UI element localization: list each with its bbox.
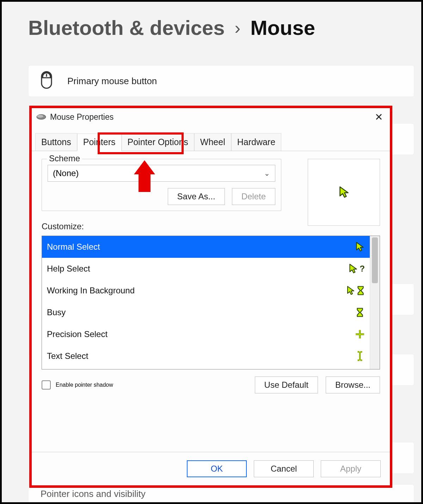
list-item[interactable]: Normal Select — [42, 236, 370, 258]
list-item-label: Working In Background — [47, 286, 135, 295]
tab-pointer-options[interactable]: Pointer Options — [122, 133, 194, 151]
close-icon[interactable]: ✕ — [372, 111, 386, 123]
setting-row-primary-button[interactable]: Primary mouse button — [28, 65, 414, 97]
cursor-working-icon — [347, 284, 365, 298]
scrollbar[interactable] — [370, 236, 380, 369]
scheme-fieldset: Scheme (None) ⌄ Save As... Delete — [42, 159, 281, 211]
scheme-dropdown[interactable]: (None) ⌄ — [48, 165, 275, 182]
customize-listbox[interactable]: Normal Select Help Select ? Working — [42, 236, 380, 369]
dialog-tabs: Buttons Pointers Pointer Options Wheel H… — [32, 129, 390, 151]
list-item-label: Busy — [47, 307, 66, 317]
svg-point-1 — [37, 115, 43, 118]
list-item-label: Text Select — [47, 351, 88, 361]
mouse-hardware-icon — [36, 113, 47, 120]
mouse-properties-dialog: Mouse Properties ✕ Buttons Pointers Poin… — [29, 106, 392, 488]
list-item[interactable]: Help Select ? — [42, 258, 370, 280]
chevron-down-icon: ⌄ — [264, 169, 270, 178]
chevron-right-icon: › — [235, 18, 241, 38]
list-item[interactable]: Precision Select — [42, 323, 370, 345]
cursor-normal-icon — [338, 186, 350, 199]
save-as-button[interactable]: Save As... — [168, 188, 225, 205]
apply-button[interactable]: Apply — [321, 460, 381, 477]
breadcrumb-parent[interactable]: Bluetooth & devices — [28, 16, 225, 39]
setting-row-label: Primary mouse button — [67, 76, 157, 87]
breadcrumb: Bluetooth & devices › Mouse — [28, 16, 407, 39]
list-item[interactable]: Working In Background — [42, 280, 370, 301]
tab-pointers[interactable]: Pointers — [77, 133, 122, 151]
scrollbar-thumb[interactable] — [372, 237, 378, 283]
cursor-text-icon — [347, 349, 365, 363]
dialog-titlebar: Mouse Properties ✕ — [32, 108, 390, 126]
cursor-normal-icon — [347, 240, 365, 254]
cancel-button[interactable]: Cancel — [254, 460, 314, 477]
pointer-shadow-label: Enable pointer shadow — [56, 382, 113, 388]
use-default-button[interactable]: Use Default — [255, 377, 318, 393]
dialog-footer: OK Cancel Apply — [32, 452, 390, 485]
scheme-legend: Scheme — [47, 154, 82, 163]
list-item[interactable]: Text Select — [42, 345, 370, 367]
highlight-arrow — [134, 160, 155, 192]
tab-buttons[interactable]: Buttons — [35, 133, 77, 151]
tab-hardware[interactable]: Hardware — [231, 133, 281, 151]
tab-wheel[interactable]: Wheel — [194, 133, 231, 151]
dialog-title: Mouse Properties — [50, 112, 114, 122]
setting-row-pointer-icons-label: Pointer icons and visibility — [41, 489, 146, 499]
list-item-label: Normal Select — [47, 242, 100, 252]
list-item[interactable]: Busy — [42, 301, 370, 323]
ok-button[interactable]: OK — [187, 460, 247, 477]
browse-button[interactable]: Browse... — [326, 377, 380, 393]
cursor-busy-icon — [347, 305, 365, 319]
list-item-label: Precision Select — [47, 329, 108, 339]
delete-button[interactable]: Delete — [232, 188, 275, 205]
cursor-help-icon: ? — [347, 262, 365, 276]
pointer-shadow-checkbox[interactable] — [42, 380, 51, 390]
breadcrumb-current: Mouse — [250, 16, 315, 39]
cursor-precision-icon — [347, 327, 365, 341]
mouse-icon — [40, 71, 53, 91]
list-item-label: Help Select — [47, 264, 90, 274]
scheme-selected-value: (None) — [53, 168, 79, 178]
pointer-preview — [308, 159, 380, 226]
